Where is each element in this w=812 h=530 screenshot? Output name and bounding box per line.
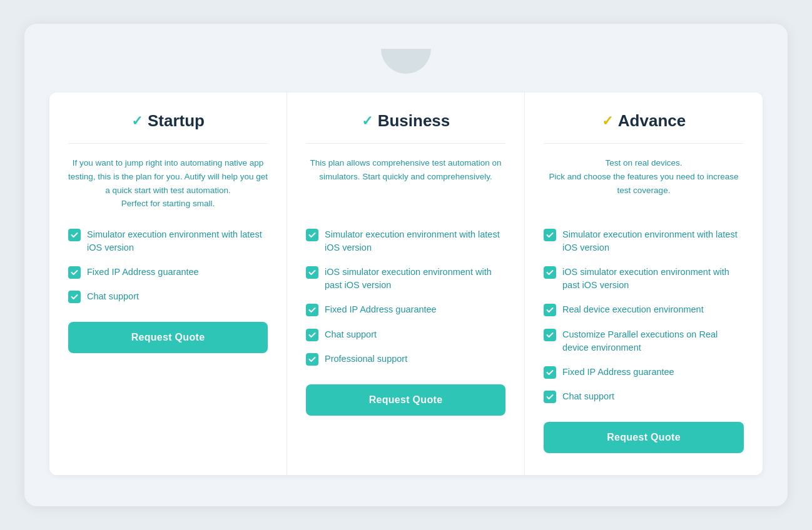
advance-header: ✓ Advance Test on real devices.Pick and …	[544, 111, 744, 212]
startup-header: ✓ Startup If you want to jump right into…	[68, 111, 268, 212]
business-feature-1: Simulator execution environment with lat…	[306, 228, 505, 254]
business-feature-2: iOS simulator execution environment with…	[306, 266, 505, 292]
startup-feature-text-2: Fixed IP Address guarantee	[87, 266, 199, 279]
startup-feature-text-1: Simulator execution environment with lat…	[87, 228, 268, 254]
business-features-list: Simulator execution environment with lat…	[306, 228, 505, 365]
business-feature-4: Chat support	[306, 328, 505, 341]
business-feature-text-4: Chat support	[325, 328, 377, 341]
plan-card-business: ✓ Business This plan allows comprehensiv…	[287, 92, 525, 474]
business-feature-text-2: iOS simulator execution environment with…	[325, 266, 505, 292]
advance-feature-2: iOS simulator execution environment with…	[544, 266, 744, 292]
advance-divider	[544, 143, 744, 144]
business-check-5	[306, 353, 318, 366]
startup-check-1	[68, 229, 81, 241]
advance-title-row: ✓ Advance	[544, 111, 744, 131]
advance-feature-text-5: Fixed IP Address guarantee	[562, 366, 674, 379]
startup-title: Startup	[148, 111, 205, 131]
top-circle-decoration	[381, 49, 431, 74]
business-check-2	[306, 266, 318, 279]
startup-title-row: ✓ Startup	[68, 111, 268, 131]
advance-check-5	[544, 366, 556, 379]
startup-check-2	[68, 266, 81, 279]
business-feature-text-3: Fixed IP Address guarantee	[325, 303, 437, 316]
business-divider	[306, 143, 505, 144]
advance-feature-text-3: Real device execution environment	[562, 303, 704, 316]
top-decoration	[49, 49, 763, 74]
startup-features-list: Simulator execution environment with lat…	[68, 228, 268, 303]
startup-divider	[68, 143, 268, 144]
business-check-1	[306, 229, 318, 241]
business-header: ✓ Business This plan allows comprehensiv…	[306, 111, 505, 212]
pricing-container: ✓ Startup If you want to jump right into…	[24, 24, 788, 506]
startup-description: If you want to jump right into automatin…	[68, 156, 268, 212]
advance-request-button[interactable]: Request Quote	[544, 422, 744, 453]
advance-title: Advance	[618, 111, 686, 131]
advance-feature-text-1: Simulator execution environment with lat…	[562, 228, 744, 254]
business-feature-text-1: Simulator execution environment with lat…	[325, 228, 505, 254]
business-check-3	[306, 304, 318, 316]
advance-check-4	[544, 329, 556, 341]
advance-check-3	[544, 304, 556, 316]
startup-check-3	[68, 291, 81, 303]
advance-feature-text-2: iOS simulator execution environment with…	[562, 266, 744, 292]
advance-check-6	[544, 391, 556, 403]
advance-check-1	[544, 229, 556, 241]
startup-feature-2: Fixed IP Address guarantee	[68, 266, 268, 279]
advance-icon: ✓	[602, 113, 613, 129]
advance-feature-text-4: Customize Parallel executions on Real de…	[562, 328, 744, 354]
advance-feature-4: Customize Parallel executions on Real de…	[544, 328, 744, 354]
plan-card-startup: ✓ Startup If you want to jump right into…	[49, 92, 287, 474]
advance-check-2	[544, 266, 556, 279]
business-feature-5: Professional support	[306, 352, 505, 366]
business-feature-3: Fixed IP Address guarantee	[306, 303, 505, 316]
business-feature-text-5: Professional support	[325, 352, 407, 366]
plans-grid: ✓ Startup If you want to jump right into…	[49, 92, 763, 474]
advance-feature-1: Simulator execution environment with lat…	[544, 228, 744, 254]
business-title-row: ✓ Business	[306, 111, 505, 131]
advance-features-list: Simulator execution environment with lat…	[544, 228, 744, 402]
advance-description: Test on real devices.Pick and choose the…	[544, 156, 744, 212]
business-check-4	[306, 329, 318, 341]
startup-icon: ✓	[131, 113, 143, 129]
startup-request-button[interactable]: Request Quote	[68, 322, 268, 353]
business-title: Business	[378, 111, 450, 131]
startup-feature-3: Chat support	[68, 290, 268, 303]
startup-feature-text-3: Chat support	[87, 290, 139, 303]
advance-feature-6: Chat support	[544, 390, 744, 403]
business-description: This plan allows comprehensive test auto…	[306, 156, 505, 212]
business-request-button[interactable]: Request Quote	[306, 384, 505, 416]
plan-card-advance: ✓ Advance Test on real devices.Pick and …	[525, 92, 763, 474]
advance-feature-text-6: Chat support	[562, 390, 614, 403]
startup-feature-1: Simulator execution environment with lat…	[68, 228, 268, 254]
advance-feature-3: Real device execution environment	[544, 303, 744, 316]
advance-feature-5: Fixed IP Address guarantee	[544, 366, 744, 379]
business-icon: ✓	[362, 113, 373, 129]
